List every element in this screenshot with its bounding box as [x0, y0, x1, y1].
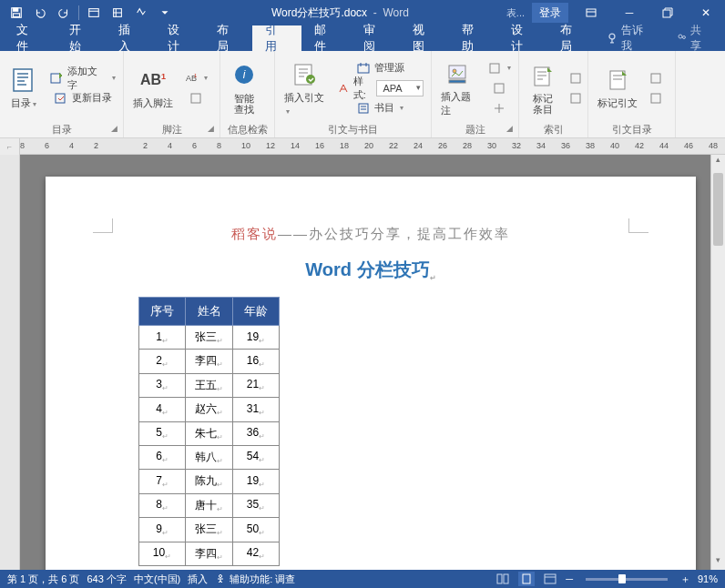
citation-style[interactable]: 样式:APA — [333, 78, 427, 98]
tab-file[interactable]: 文件 — [0, 25, 56, 51]
restore-icon[interactable] — [648, 0, 687, 25]
tab-home[interactable]: 开始 — [56, 25, 106, 51]
tab-mailings[interactable]: 邮件 — [301, 25, 351, 51]
table-row[interactable]: 2↵李四↵16↵ — [139, 350, 280, 373]
citation-style-combo: APA — [376, 80, 424, 96]
tab-design[interactable]: 设计 — [155, 25, 204, 51]
tab-table-design[interactable]: 设计 — [498, 25, 547, 51]
table-header: 序号 — [139, 298, 186, 326]
toc-button[interactable]: 目录▾ — [4, 64, 44, 112]
manage-sources-button[interactable]: 管理源 — [333, 58, 427, 78]
zoom-out-icon[interactable]: ─ — [566, 573, 573, 584]
svg-rect-3 — [89, 9, 99, 17]
zoom-level[interactable]: 91% — [698, 573, 718, 584]
svg-text:1: 1 — [194, 73, 198, 78]
table-row[interactable]: 9↵张三↵50↵ — [139, 518, 280, 542]
zoom-slider[interactable] — [586, 578, 668, 581]
table-row[interactable]: 8↵唐十↵35↵ — [139, 493, 280, 517]
svg-rect-34 — [497, 574, 502, 583]
ruler-corner[interactable]: ⌐ — [0, 138, 20, 155]
tab-review[interactable]: 审阅 — [351, 25, 400, 51]
svg-point-7 — [608, 34, 614, 39]
table-row[interactable]: 1↵张三↵19↵ — [139, 326, 280, 350]
qat-icon-1[interactable] — [83, 2, 105, 24]
index-opt1[interactable] — [565, 68, 587, 88]
insert-footnote-button[interactable]: AB1 插入脚注 — [128, 64, 179, 112]
svg-text:i: i — [243, 68, 246, 81]
qat-dropdown-icon[interactable] — [154, 2, 176, 24]
table-row[interactable]: 6↵韩八↵54↵ — [139, 445, 280, 469]
share-button[interactable]: 共享 — [663, 23, 725, 54]
caption-opt3[interactable] — [484, 98, 515, 118]
tab-help[interactable]: 帮助 — [449, 25, 498, 51]
horizontal-ruler[interactable]: 8642246810121416182022242628303234363840… — [20, 138, 725, 154]
view-read-icon[interactable] — [495, 572, 511, 586]
redo-icon[interactable] — [53, 2, 75, 24]
undo-icon[interactable] — [29, 2, 51, 24]
tab-table-layout[interactable]: 布局 — [547, 25, 597, 51]
footnote-show-button[interactable] — [180, 88, 211, 108]
footnote-next-button[interactable]: AB1▾ — [180, 68, 211, 88]
svg-rect-27 — [535, 67, 549, 86]
svg-rect-37 — [545, 574, 556, 583]
table-row[interactable]: 4↵赵六↵31↵ — [139, 398, 280, 421]
status-words[interactable]: 643 个字 — [87, 573, 126, 586]
tell-me[interactable]: 告诉我 — [597, 23, 664, 54]
qat-icon-2[interactable] — [107, 2, 128, 24]
scroll-up-icon: ▴ — [711, 155, 725, 169]
svg-point-33 — [220, 575, 222, 578]
data-table[interactable]: 序号姓名年龄 1↵张三↵19↵2↵李四↵16↵3↵王五↵21↵4↵赵六↵31↵5… — [138, 297, 280, 566]
save-icon[interactable] — [5, 2, 27, 24]
toc-launcher-icon[interactable]: ◢ — [111, 124, 117, 133]
status-mode[interactable]: 插入 — [188, 573, 208, 586]
svg-rect-12 — [56, 94, 65, 103]
tab-references[interactable]: 引用 — [252, 25, 301, 51]
svg-rect-20 — [358, 65, 369, 73]
close-icon[interactable]: ✕ — [687, 0, 725, 25]
smart-lookup-button[interactable]: i 智能 查找 — [224, 60, 264, 117]
mark-citation-button[interactable]: 标记引文 — [592, 64, 643, 112]
svg-rect-24 — [449, 80, 465, 83]
mark-index-button[interactable]: 标记 条目 — [523, 60, 563, 117]
tab-layout[interactable]: 布局 — [204, 25, 253, 51]
update-toc-button[interactable]: 更新目录 — [46, 88, 119, 108]
status-lang[interactable]: 中文(中国) — [134, 573, 180, 586]
svg-rect-2 — [14, 14, 20, 17]
document-canvas[interactable]: 稻客说——办公技巧分享，提高工作效率 Word 分栏技巧↵ 序号姓名年龄 1↵张… — [20, 155, 725, 570]
status-page[interactable]: 第 1 页，共 6 页 — [7, 573, 79, 586]
zoom-in-icon[interactable]: ＋ — [680, 573, 690, 586]
insert-caption-button[interactable]: 插入题注 — [435, 57, 482, 119]
group-lookup: 信息检索 — [224, 123, 271, 137]
svg-rect-28 — [571, 74, 580, 83]
svg-rect-35 — [504, 574, 508, 583]
svg-rect-10 — [14, 69, 32, 91]
svg-rect-5 — [587, 9, 596, 16]
svg-rect-21 — [359, 104, 368, 113]
table-row[interactable]: 7↵陈九↵19↵ — [139, 470, 280, 493]
svg-rect-15 — [191, 94, 200, 103]
table-row[interactable]: 5↵朱七↵36↵ — [139, 421, 280, 445]
vertical-ruler[interactable] — [0, 155, 20, 570]
toa-opt1[interactable] — [645, 68, 667, 88]
qat-icon-3[interactable] — [130, 2, 152, 24]
caption-opt1[interactable]: ▾ — [484, 58, 515, 78]
add-text-button[interactable]: 添加文字▾ — [46, 68, 119, 88]
table-row[interactable]: 10↵李四↵42↵ — [139, 542, 280, 565]
view-web-icon[interactable] — [542, 572, 558, 586]
login-button[interactable]: 登录 — [532, 3, 568, 23]
table-row[interactable]: 3↵王五↵21↵ — [139, 373, 280, 397]
minimize-icon[interactable]: ─ — [610, 0, 648, 25]
insert-citation-button[interactable]: 插入引文▾ — [279, 58, 332, 117]
tab-insert[interactable]: 插入 — [106, 25, 155, 51]
page-header: 稻客说——办公技巧分享，提高工作效率 — [86, 209, 656, 250]
footnote-launcher-icon[interactable]: ◢ — [208, 124, 214, 133]
view-print-icon[interactable] — [518, 572, 535, 586]
caption-opt2[interactable] — [484, 78, 515, 98]
vertical-scrollbar[interactable]: ▴ ▾ — [710, 155, 725, 570]
caption-launcher-icon[interactable]: ◢ — [506, 124, 513, 133]
toa-opt2[interactable] — [645, 88, 667, 108]
tab-view[interactable]: 视图 — [400, 25, 449, 51]
bibliography-button[interactable]: 书目▾ — [333, 98, 427, 118]
status-accessibility[interactable]: 辅助功能: 调查 — [215, 573, 295, 586]
index-opt2[interactable] — [565, 88, 587, 108]
